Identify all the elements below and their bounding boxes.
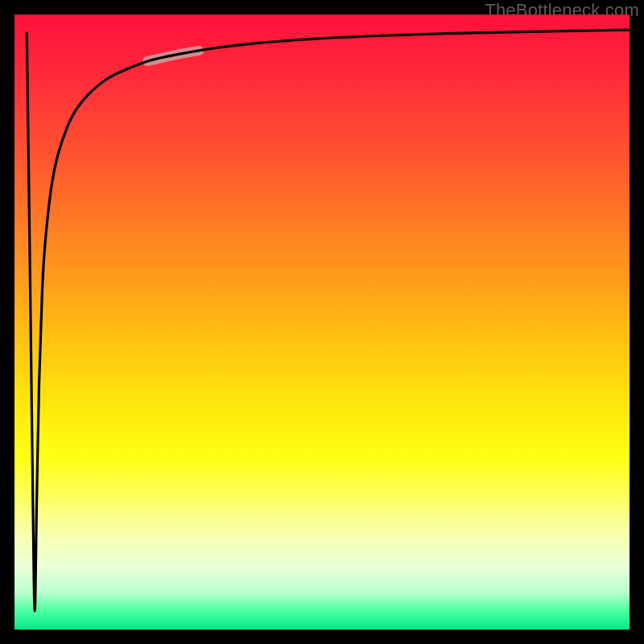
- bottleneck-curve: [27, 30, 630, 611]
- curve-svg: [14, 14, 630, 630]
- chart-frame: TheBottleneck.com: [0, 0, 644, 644]
- plot-area: [14, 14, 630, 630]
